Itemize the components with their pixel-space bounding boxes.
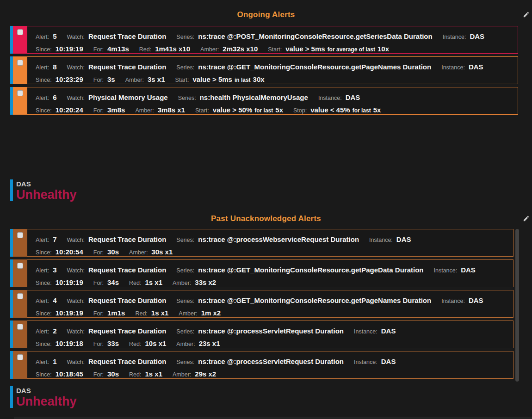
alert-detail-line: Alert:5Watch:Request Trace DurationSerie… [36, 31, 514, 43]
alert-field-alert: Alert:6 [36, 93, 57, 101]
field-value: 33s [107, 339, 119, 347]
field-value: ns:trace @:processServletRequest Duratio… [198, 357, 344, 365]
alert-field-amber: Amber:33s x2 [173, 278, 216, 286]
field-value: 30s [107, 248, 119, 256]
field-value: 33s x2 [195, 278, 216, 286]
field-value: ns:trace @:POST_MonitoringConsoleResourc… [198, 32, 432, 40]
instance-health-status: DAS Unhealthy [10, 179, 532, 201]
alert-field-for: For:3s [93, 75, 115, 83]
alert-field-series: Series:ns:trace @:POST_MonitoringConsole… [176, 32, 432, 40]
field-label: Since: [36, 107, 52, 114]
status-text: DAS Unhealthy [13, 179, 77, 201]
alert-field-instance: Instance:DAS [354, 357, 396, 365]
alert-field-instance: Instance:DAS [443, 32, 484, 40]
field-label: Instance: [354, 328, 377, 335]
field-value: 3s [107, 75, 115, 83]
alert-field-watch: Watch:Request Trace Duration [67, 32, 167, 40]
alert-card: Alert:1Watch:Request Trace DurationSerie… [10, 351, 513, 379]
status-text: DAS Unhealthy [13, 386, 77, 408]
field-qualifier: for average of last [328, 46, 375, 53]
alert-card: Alert:8Watch:Request Trace DurationSerie… [10, 56, 518, 84]
alert-card: Alert:3Watch:Request Trace DurationSerie… [10, 259, 513, 287]
alert-field-start: Start:value > 50%for last5x [195, 106, 283, 114]
status-health-value: Unhealthy [16, 395, 77, 408]
edit-past-alerts-button[interactable] [522, 215, 530, 222]
field-value: DAS [381, 357, 396, 365]
field-value: Request Trace Duration [88, 32, 166, 40]
field-label: Since: [36, 46, 52, 53]
field-value: value > 5ms [192, 75, 232, 83]
field-value: DAS [469, 296, 483, 304]
ongoing-alerts-header: Ongoing Alerts [0, 10, 532, 20]
alert-field-instance: Instance:DAS [441, 63, 483, 71]
alert-acknowledge-checkbox[interactable] [17, 29, 23, 35]
field-label: Amber: [173, 371, 191, 378]
field-label: Instance: [433, 267, 457, 274]
field-label: Series: [176, 64, 194, 71]
alert-acknowledge-checkbox[interactable] [17, 60, 23, 66]
field-value: 10:19:19 [56, 278, 83, 286]
field-value: ns:trace @:GET_MonitoringConsoleResource… [198, 63, 431, 71]
alert-field-for: For:30s [93, 248, 119, 256]
field-label: Amber: [179, 310, 197, 317]
alert-field-series: Series:ns:trace @:processServletRequest … [176, 357, 344, 365]
field-value: 3m8s [107, 106, 125, 114]
alert-acknowledge-checkbox[interactable] [17, 263, 23, 269]
alert-field-instance: Instance:DAS [441, 296, 483, 304]
alert-field-amber: Amber:23s x1 [176, 339, 220, 347]
alert-field-alert: Alert:1 [36, 357, 57, 365]
field-value: 10:19:19 [56, 45, 83, 53]
alert-field-since: Since:10:20:24 [36, 106, 83, 114]
alert-level-indicator [13, 320, 27, 348]
field-value: 10:18:45 [56, 370, 83, 378]
field-label: For: [93, 341, 104, 347]
field-label: Alert: [36, 298, 49, 304]
alert-field-watch: Watch:Request Trace Duration [67, 266, 167, 274]
field-label: Series: [176, 359, 194, 365]
alert-field-since: Since:10:19:19 [36, 278, 83, 286]
field-value: 1m1s [107, 309, 125, 317]
alert-acknowledge-checkbox[interactable] [17, 232, 23, 238]
alert-card-body: Alert:1Watch:Request Trace DurationSerie… [27, 351, 513, 379]
past-alerts-header: Past Unacknowledged Alerts [0, 214, 532, 224]
field-label: Since: [36, 249, 52, 256]
field-value: Request Trace Duration [88, 63, 166, 71]
monitoring-console-page: Ongoing Alerts Alert:5Watch:Request Trac… [0, 0, 532, 419]
field-value: 10:19:19 [56, 309, 83, 317]
alert-card-body: Alert:7Watch:Request Trace DurationSerie… [27, 229, 513, 257]
alert-field-red: Red:1m41s x10 [139, 45, 190, 53]
field-value: 5 [53, 32, 56, 40]
alert-acknowledge-checkbox[interactable] [17, 354, 23, 360]
alert-level-indicator [13, 26, 27, 54]
field-value: Physical Memory Usage [88, 93, 168, 101]
alert-field-series: Series:ns:trace @:GET_MonitoringConsoleR… [176, 63, 431, 71]
alert-card-body: Alert:3Watch:Request Trace DurationSerie… [27, 259, 513, 287]
alert-field-watch: Watch:Request Trace Duration [67, 296, 167, 304]
field-value: value < 45% [310, 106, 350, 114]
field-label: Start: [268, 46, 282, 53]
pencil-icon [523, 215, 530, 222]
field-count: 10x [377, 45, 389, 53]
field-value: 4 [53, 296, 56, 304]
field-label: Start: [195, 107, 209, 114]
edit-ongoing-alerts-button[interactable] [522, 11, 530, 18]
field-label: Alert: [36, 237, 49, 243]
field-value: 2 [53, 327, 56, 335]
vertical-scrollbar-thumb[interactable] [515, 229, 519, 382]
alert-card: Alert:5Watch:Request Trace DurationSerie… [10, 26, 518, 54]
field-value: 30s x1 [151, 248, 173, 256]
field-value: 10:19:18 [56, 339, 83, 347]
field-label: Series: [176, 237, 194, 243]
field-label: Since: [36, 371, 52, 378]
alert-acknowledge-checkbox[interactable] [17, 324, 23, 330]
field-value: 30s [107, 370, 119, 378]
field-value: 8 [53, 63, 56, 71]
alert-field-start: Start:value > 5msfor average of last10x [268, 45, 389, 53]
field-value: ns:trace @:processServletRequest Duratio… [198, 327, 344, 335]
field-label: Watch: [67, 359, 85, 365]
alert-field-instance: Instance:DAS [433, 266, 475, 274]
alert-field-alert: Alert:7 [36, 235, 57, 243]
alert-acknowledge-checkbox[interactable] [17, 293, 23, 299]
alert-acknowledge-checkbox[interactable] [17, 90, 23, 96]
field-value: 7 [53, 235, 56, 243]
